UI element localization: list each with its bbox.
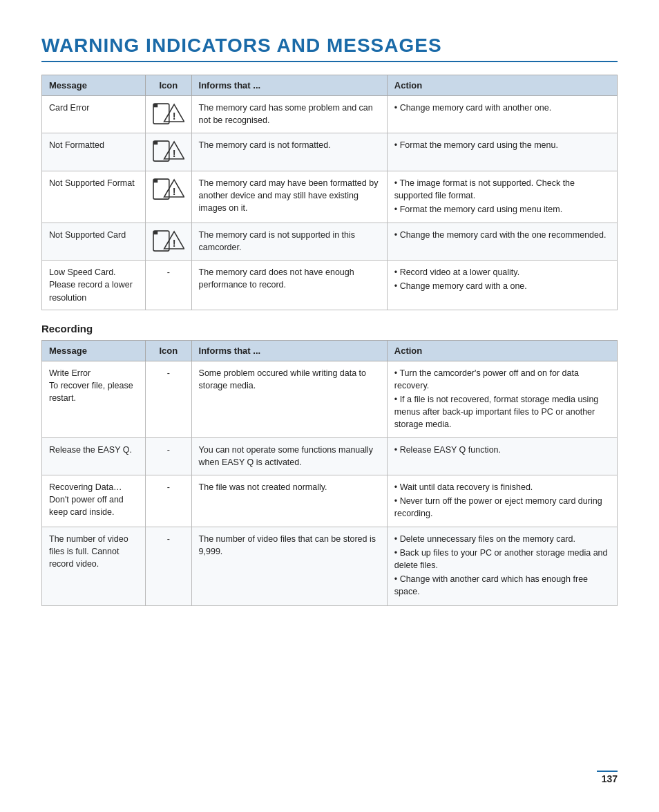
table-row: Write Error To recover file, please rest… xyxy=(42,361,618,438)
cell-informs: The memory card is not supported in this… xyxy=(191,223,387,261)
cell-informs: Some problem occured while writing data … xyxy=(191,361,387,438)
cell-message: Recovering Data… Don't power off and kee… xyxy=(42,475,146,527)
table-row: Recovering Data… Don't power off and kee… xyxy=(42,475,618,527)
warning-icon: ! xyxy=(153,102,184,127)
action-item: Change memory card with another one. xyxy=(394,102,610,114)
table-row: Low Speed Card. Please record a lower re… xyxy=(42,261,618,310)
action-item: Change with another card which has enoug… xyxy=(394,573,610,598)
cell-informs: The memory card is not formatted. xyxy=(191,133,387,171)
svg-marker-5 xyxy=(153,141,157,144)
col-header-icon: Icon xyxy=(145,75,191,96)
action-item: Change memory card with a one. xyxy=(394,280,610,292)
table-row: The number of video files is full. Canno… xyxy=(42,527,618,605)
cell-icon: - xyxy=(145,475,191,527)
section-heading-recording: Recording xyxy=(41,323,618,334)
cell-informs: The file was not created normally. xyxy=(191,475,387,527)
col-header-informs_that_...: Informs that ... xyxy=(191,75,387,96)
col-header-informs_that_...: Informs that ... xyxy=(191,340,387,361)
cell-informs: The memory card does not have enough per… xyxy=(191,261,387,310)
action-item: Back up files to your PC or another stor… xyxy=(394,547,610,572)
col-header-action: Action xyxy=(387,75,617,96)
cell-message: Release the EASY Q. xyxy=(42,438,146,475)
cell-action: Turn the camcorder's power off and on fo… xyxy=(387,361,617,438)
cell-action: Format the memory card using the menu. xyxy=(387,133,617,171)
action-item: The image format is not supported. Check… xyxy=(394,177,610,202)
warning-icon: ! xyxy=(153,229,184,254)
table-memory-card: MessageIconInforms that ...ActionCard Er… xyxy=(41,75,618,310)
svg-text:!: ! xyxy=(173,238,176,249)
col-header-action: Action xyxy=(387,340,617,361)
cell-action: The image format is not supported. Check… xyxy=(387,171,617,223)
col-header-message: Message xyxy=(42,340,146,361)
table-row: Not Formatted ! The memory card is not f… xyxy=(42,133,618,171)
table-row: Release the EASY Q.-You can not operate … xyxy=(42,438,618,475)
cell-icon: ! xyxy=(145,223,191,261)
cell-message: Low Speed Card. Please record a lower re… xyxy=(42,261,146,310)
table-row: Not Supported Card ! The memory card is … xyxy=(42,223,618,261)
cell-icon: ! xyxy=(145,171,191,223)
svg-marker-9 xyxy=(153,179,157,182)
cell-action: Delete unnecessary files on the memory c… xyxy=(387,527,617,605)
action-item: Release EASY Q function. xyxy=(394,444,610,456)
cell-informs: The memory card may have been formatted … xyxy=(191,171,387,223)
warning-icon: ! xyxy=(153,139,184,164)
action-item: Format the memory card using the menu. xyxy=(394,139,610,151)
cell-message: Card Error xyxy=(42,96,146,133)
svg-marker-1 xyxy=(153,104,157,107)
cell-message: The number of video files is full. Canno… xyxy=(42,527,146,605)
svg-text:!: ! xyxy=(173,111,176,122)
action-item: Record video at a lower quality. xyxy=(394,266,610,278)
cell-icon: - xyxy=(145,527,191,605)
svg-marker-13 xyxy=(153,231,157,234)
warning-icon: ! xyxy=(153,177,184,202)
cell-informs: The memory card has some problem and can… xyxy=(191,96,387,133)
page-number: 137 xyxy=(597,771,618,784)
page-title: WARNING INDICATORS AND MESSAGES xyxy=(41,35,618,62)
action-item: Change the memory card with the one reco… xyxy=(394,229,610,241)
action-item: Delete unnecessary files on the memory c… xyxy=(394,533,610,545)
cell-informs: The number of video files that can be st… xyxy=(191,527,387,605)
table-row: Not Supported Format ! The memory card m… xyxy=(42,171,618,223)
svg-text:!: ! xyxy=(173,148,176,159)
col-header-message: Message xyxy=(42,75,146,96)
cell-message: Write Error To recover file, please rest… xyxy=(42,361,146,438)
action-item: Never turn off the power or eject memory… xyxy=(394,495,610,520)
table-recording: MessageIconInforms that ...ActionWrite E… xyxy=(41,340,618,606)
cell-icon: - xyxy=(145,261,191,310)
action-item: Wait until data recovery is finished. xyxy=(394,481,610,493)
cell-icon: ! xyxy=(145,96,191,133)
action-item: Turn the camcorder's power off and on fo… xyxy=(394,367,610,392)
table-row: Card Error ! The memory card has some pr… xyxy=(42,96,618,133)
cell-action: Release EASY Q function. xyxy=(387,438,617,475)
action-item: If a file is not recovered, format stora… xyxy=(394,393,610,431)
cell-message: Not Supported Format xyxy=(42,171,146,223)
cell-message: Not Supported Card xyxy=(42,223,146,261)
cell-icon: - xyxy=(145,361,191,438)
cell-informs: You can not operate some functions manua… xyxy=(191,438,387,475)
cell-action: Change the memory card with the one reco… xyxy=(387,223,617,261)
svg-text:!: ! xyxy=(173,186,176,197)
cell-icon: - xyxy=(145,438,191,475)
cell-message: Not Formatted xyxy=(42,133,146,171)
col-header-icon: Icon xyxy=(145,340,191,361)
cell-icon: ! xyxy=(145,133,191,171)
cell-action: Record video at a lower quality.Change m… xyxy=(387,261,617,310)
cell-action: Wait until data recovery is finished.Nev… xyxy=(387,475,617,527)
cell-action: Change memory card with another one. xyxy=(387,96,617,133)
action-item: Format the memory card using menu item. xyxy=(394,203,610,216)
